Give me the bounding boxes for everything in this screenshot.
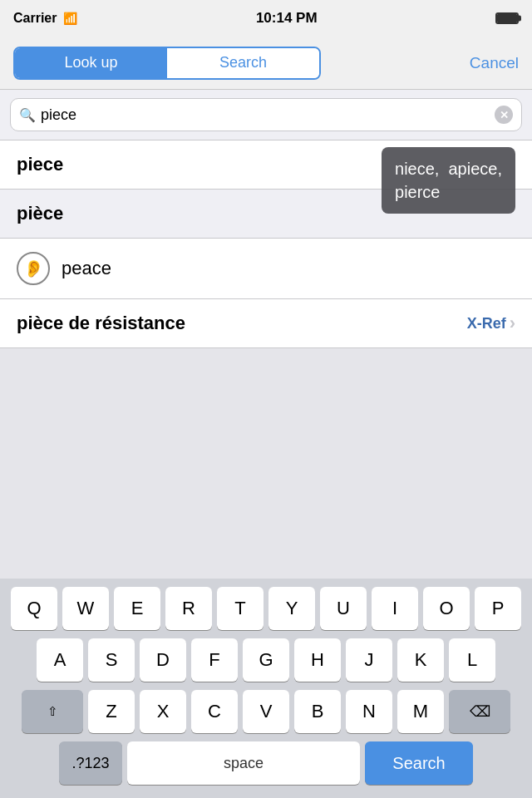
nav-bar: Look up Search Cancel	[0, 37, 532, 90]
keyboard: Q W E R T Y U I O P A S D F G H J K L ⇧ …	[0, 579, 532, 798]
cancel-button[interactable]: Cancel	[470, 51, 519, 76]
keyboard-row-4: .?123 space Search	[2, 741, 530, 785]
carrier-label: Carrier	[13, 11, 57, 26]
search-tab[interactable]: Search	[167, 48, 319, 78]
status-bar: Carrier 📶 10:14 PM	[0, 0, 532, 37]
key-s[interactable]: S	[88, 638, 135, 682]
search-icon: 🔍	[19, 107, 36, 123]
search-bar: 🔍 ✕	[10, 98, 522, 131]
result-peace[interactable]: 👂️ peace	[0, 239, 532, 299]
key-n[interactable]: N	[346, 690, 392, 733]
keyboard-row-2: A S D F G H J K L	[2, 638, 530, 682]
status-right	[495, 12, 519, 24]
key-r[interactable]: R	[165, 587, 212, 630]
result-piece-1[interactable]: piece niece, apiece,pierce	[0, 140, 532, 190]
key-d[interactable]: D	[140, 638, 186, 682]
keyboard-row-1: Q W E R T Y U I O P	[2, 587, 530, 630]
battery-fill	[497, 14, 517, 22]
autocomplete-tooltip: niece, apiece,pierce	[382, 147, 515, 214]
space-key[interactable]: space	[127, 741, 360, 785]
key-j[interactable]: J	[346, 638, 392, 682]
search-input[interactable]	[41, 106, 490, 124]
key-t[interactable]: T	[217, 587, 264, 630]
wifi-icon: 📶	[63, 12, 77, 25]
key-g[interactable]: G	[243, 638, 289, 682]
battery-icon	[495, 12, 519, 24]
clear-button[interactable]: ✕	[495, 106, 513, 124]
key-y[interactable]: Y	[268, 587, 315, 630]
segmented-control[interactable]: Look up Search	[13, 47, 321, 80]
key-o[interactable]: O	[423, 587, 470, 630]
results-area: piece niece, apiece,pierce pièce 👂️ peac…	[0, 140, 532, 348]
search-key[interactable]: Search	[365, 741, 473, 785]
result-text-peace: peace	[62, 258, 111, 279]
status-left: Carrier 📶	[13, 11, 77, 26]
delete-key[interactable]: ⌫	[449, 690, 510, 733]
key-w[interactable]: W	[62, 587, 109, 630]
key-e[interactable]: E	[114, 587, 160, 630]
key-z[interactable]: Z	[88, 690, 135, 733]
key-x[interactable]: X	[140, 690, 186, 733]
xref-right[interactable]: X-Ref ›	[467, 313, 515, 334]
result-text-piece-2: pièce	[17, 203, 63, 224]
key-p[interactable]: P	[475, 587, 521, 630]
key-i[interactable]: I	[372, 587, 418, 630]
key-l[interactable]: L	[449, 638, 495, 682]
search-bar-container: 🔍 ✕	[0, 90, 532, 140]
result-text-piece-1: piece	[17, 154, 63, 175]
key-v[interactable]: V	[243, 690, 289, 733]
keyboard-row-3: ⇧ Z X C V B N M ⌫	[2, 690, 530, 733]
key-h[interactable]: H	[294, 638, 341, 682]
key-q[interactable]: Q	[11, 587, 57, 630]
status-time: 10:14 PM	[256, 10, 318, 27]
key-m[interactable]: M	[397, 690, 444, 733]
key-u[interactable]: U	[320, 587, 367, 630]
result-piece-3[interactable]: pièce de résistance X-Ref ›	[0, 299, 532, 348]
xref-label: X-Ref	[467, 315, 506, 332]
key-c[interactable]: C	[191, 690, 238, 733]
key-k[interactable]: K	[397, 638, 444, 682]
shift-key[interactable]: ⇧	[22, 690, 83, 733]
key-f[interactable]: F	[191, 638, 238, 682]
result-text-piece-3: pièce de résistance	[17, 313, 185, 334]
lookup-tab[interactable]: Look up	[15, 48, 167, 78]
key-a[interactable]: A	[37, 638, 83, 682]
audio-icon[interactable]: 👂️	[17, 252, 50, 285]
chevron-right-icon: ›	[510, 313, 515, 334]
key-b[interactable]: B	[294, 690, 341, 733]
num-key[interactable]: .?123	[59, 741, 122, 785]
